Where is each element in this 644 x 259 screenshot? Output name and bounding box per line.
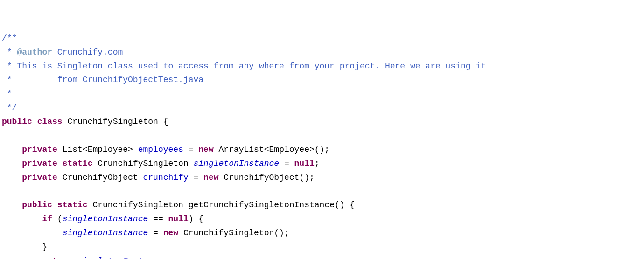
code-token: return bbox=[42, 256, 72, 259]
code-token: public bbox=[22, 200, 52, 210]
code-token: new bbox=[203, 173, 218, 182]
code-token: singletonInstance bbox=[63, 228, 148, 238]
code-token: * This is Singleton class used to access… bbox=[2, 61, 486, 71]
code-token: employees bbox=[138, 145, 183, 154]
code-token: CrunchifySingleton { bbox=[63, 117, 168, 126]
code-token: new bbox=[163, 228, 178, 238]
code-token: * bbox=[2, 89, 17, 98]
code-token bbox=[52, 200, 57, 210]
code-token bbox=[2, 159, 22, 168]
code-token: private bbox=[22, 145, 57, 154]
code-token bbox=[72, 256, 77, 259]
code-token: crunchify bbox=[143, 173, 188, 182]
code-token: private bbox=[22, 159, 57, 168]
code-token bbox=[2, 145, 22, 154]
code-token: private bbox=[22, 173, 57, 182]
code-token bbox=[32, 117, 37, 126]
code-token: == bbox=[148, 214, 168, 224]
code-token bbox=[57, 159, 63, 168]
code-token bbox=[2, 173, 22, 182]
code-token: Crunchify.com bbox=[52, 48, 123, 57]
code-token: /** bbox=[2, 34, 17, 43]
code-token: static bbox=[57, 200, 88, 210]
code-token: } bbox=[2, 242, 47, 252]
code-token: ArrayList<Employee>(); bbox=[214, 145, 329, 154]
code-token: if bbox=[42, 214, 52, 224]
code-token: ( bbox=[52, 214, 63, 224]
code-token: = bbox=[279, 159, 294, 168]
code-block: /** * @author Crunchify.com * This is Si… bbox=[2, 32, 642, 259]
code-token: new bbox=[198, 145, 213, 154]
code-token: class bbox=[37, 117, 63, 126]
code-token: null bbox=[168, 214, 189, 224]
code-token: singletonInstance bbox=[77, 256, 163, 259]
code-token: singletonInstance bbox=[194, 159, 280, 168]
code-token: ; bbox=[163, 256, 168, 259]
code-token: null bbox=[294, 159, 315, 168]
code-token: CrunchifyObject(); bbox=[219, 173, 315, 182]
code-token bbox=[2, 228, 63, 238]
code-token: singletonInstance bbox=[63, 214, 148, 224]
code-token: public bbox=[2, 117, 32, 126]
code-token: List<Employee> bbox=[57, 145, 138, 154]
code-token: static bbox=[63, 159, 93, 168]
code-token bbox=[2, 214, 42, 224]
code-token: * bbox=[2, 48, 17, 57]
code-token: CrunchifySingleton bbox=[92, 159, 193, 168]
code-token: */ bbox=[2, 103, 17, 112]
code-token: = bbox=[148, 228, 163, 238]
code-token bbox=[2, 256, 42, 259]
code-token: ) { bbox=[189, 214, 203, 224]
code-token: CrunchifyObject bbox=[57, 173, 143, 182]
code-token: @author bbox=[17, 48, 52, 57]
code-token: * from CrunchifyObjectTest.java bbox=[2, 75, 203, 84]
code-token: = bbox=[183, 145, 198, 154]
code-token bbox=[2, 200, 22, 210]
code-token: = bbox=[189, 173, 203, 182]
code-token: CrunchifySingleton getCrunchifySingleton… bbox=[88, 200, 355, 210]
code-token: ; bbox=[315, 159, 320, 168]
code-token: CrunchifySingleton(); bbox=[178, 228, 289, 238]
